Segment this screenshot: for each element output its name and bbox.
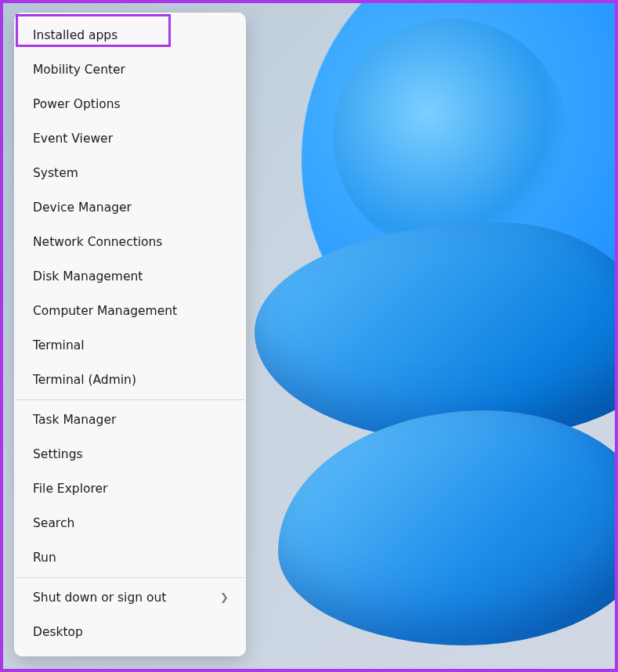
menu-item-label: Search — [33, 507, 74, 540]
menu-item-event-viewer[interactable]: Event Viewer — [17, 122, 243, 155]
menu-item-run[interactable]: Run — [17, 541, 243, 574]
menu-item-label: Power Options — [33, 88, 121, 121]
menu-item-network-connections[interactable]: Network Connections — [17, 226, 243, 258]
wallpaper-shape — [255, 222, 618, 442]
winx-context-menu: Installed apps Mobility Center Power Opt… — [14, 13, 246, 656]
menu-item-task-manager[interactable]: Task Manager — [17, 403, 243, 436]
menu-item-file-explorer[interactable]: File Explorer — [17, 472, 243, 505]
menu-separator — [16, 399, 244, 400]
menu-item-terminal-admin[interactable]: Terminal (Admin) — [17, 363, 243, 396]
menu-item-shut-down-or-sign-out[interactable]: Shut down or sign out ❯ — [17, 581, 243, 614]
menu-item-label: Network Connections — [33, 226, 162, 258]
menu-separator — [16, 577, 244, 578]
chevron-right-icon: ❯ — [220, 581, 229, 614]
menu-item-terminal[interactable]: Terminal — [17, 329, 243, 362]
menu-item-mobility-center[interactable]: Mobility Center — [17, 53, 243, 86]
menu-item-power-options[interactable]: Power Options — [17, 88, 243, 121]
menu-item-disk-management[interactable]: Disk Management — [17, 260, 243, 293]
menu-item-label: Computer Management — [33, 294, 177, 327]
menu-item-label: Desktop — [33, 616, 83, 649]
menu-item-label: Event Viewer — [33, 122, 113, 155]
menu-item-device-manager[interactable]: Device Manager — [17, 191, 243, 224]
menu-item-label: Mobility Center — [33, 53, 125, 86]
menu-item-desktop[interactable]: Desktop — [17, 616, 243, 649]
menu-item-label: File Explorer — [33, 472, 107, 505]
menu-item-settings[interactable]: Settings — [17, 438, 243, 471]
menu-item-label: Device Manager — [33, 191, 132, 224]
menu-item-label: Shut down or sign out — [33, 581, 166, 614]
menu-item-search[interactable]: Search — [17, 507, 243, 540]
menu-item-installed-apps[interactable]: Installed apps — [17, 19, 243, 52]
wallpaper-shape — [278, 410, 618, 645]
menu-item-label: Terminal (Admin) — [33, 363, 136, 396]
menu-item-label: Settings — [33, 438, 83, 471]
menu-item-label: Run — [33, 541, 56, 574]
menu-item-computer-management[interactable]: Computer Management — [17, 294, 243, 327]
menu-item-label: System — [33, 157, 78, 190]
menu-item-label: Task Manager — [33, 403, 116, 436]
wallpaper-shape — [333, 19, 568, 254]
menu-item-label: Terminal — [33, 329, 85, 362]
menu-item-label: Disk Management — [33, 260, 143, 293]
menu-item-label: Installed apps — [33, 19, 117, 52]
menu-item-system[interactable]: System — [17, 157, 243, 190]
